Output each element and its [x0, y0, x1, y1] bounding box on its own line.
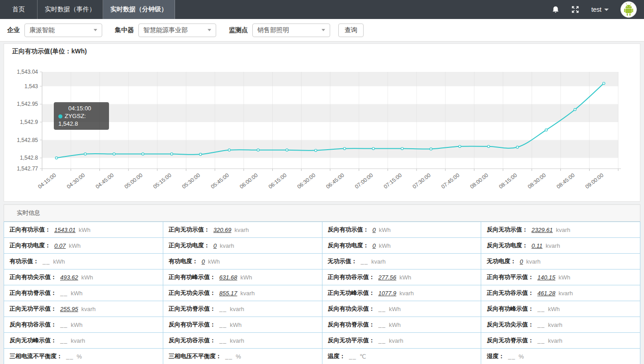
metric-value[interactable]: 493.62 — [60, 274, 78, 281]
realtime-cell: 反向有功谷示值：__kWh — [4, 317, 163, 333]
metric-unit: kWh — [230, 321, 242, 328]
metric-value[interactable]: 855.17 — [219, 290, 237, 297]
top-navbar: 首页 实时数据（事件） 实时数据（分钟级） test — [0, 0, 644, 19]
user-dropdown[interactable]: test — [591, 6, 609, 13]
svg-text:05:00:00: 05:00:00 — [123, 172, 144, 190]
realtime-table: 正向有功示值：1543.01kWh正向无功示值：320.69kvarh反向有功示… — [4, 222, 640, 364]
metric-value: __ — [379, 337, 386, 344]
metric-label: 反向无功峰示值： — [9, 336, 57, 345]
chevron-down-icon — [208, 29, 211, 31]
realtime-cell: 反向无功尖示值：__kvarh — [481, 317, 640, 333]
metric-label: 反向有功电度： — [328, 241, 369, 250]
line-chart[interactable]: 1,543.041,5431,542.951,542.91,542.851,54… — [4, 44, 640, 201]
svg-text:1,542.9: 1,542.9 — [20, 119, 38, 125]
metric-value[interactable]: 0 — [373, 227, 376, 233]
metric-unit: kvarh — [230, 306, 244, 312]
svg-text:05:45:00: 05:45:00 — [209, 172, 230, 190]
enterprise-select[interactable]: 康派智能 — [24, 24, 102, 37]
realtime-cell: 正向有功谷示值：277.56kWh — [322, 269, 482, 285]
metric-unit: kvarh — [548, 321, 563, 328]
metric-label: 反向有功峰示值： — [487, 305, 534, 313]
metric-unit: kWh — [399, 274, 411, 281]
metric-value[interactable]: 1077.9 — [379, 290, 397, 297]
metric-unit: kWh — [548, 306, 560, 312]
realtime-cell: 湿度：__% — [481, 349, 640, 364]
realtime-cell: 反向有功电度：0kWh — [322, 238, 482, 254]
metric-label: 正向有功谷示值： — [328, 273, 375, 281]
navbar-right: test — [551, 0, 644, 19]
metric-value[interactable]: 631.68 — [219, 274, 237, 281]
svg-text:08:45:00: 08:45:00 — [555, 172, 576, 190]
chart-panel: 正向有功示值(单位：kWh) 1,543.041,5431,542.951,54… — [4, 43, 640, 202]
enterprise-select-value: 康派智能 — [29, 26, 55, 34]
metric-label: 正向无功峰示值： — [328, 289, 375, 297]
metric-value: __ — [537, 306, 545, 312]
metric-label: 无功示值： — [328, 257, 357, 265]
metric-unit: kvarh — [220, 242, 234, 249]
metric-value[interactable]: 0 — [520, 258, 523, 265]
metric-label: 正向有功峰示值： — [169, 273, 216, 281]
metric-unit: kWh — [71, 321, 82, 328]
monitor-point-select[interactable]: 销售部照明 — [252, 24, 330, 37]
svg-text:06:00:00: 06:00:00 — [238, 172, 259, 190]
metric-value: __ — [60, 321, 67, 328]
avatar[interactable] — [620, 1, 637, 18]
metric-value[interactable]: 461.28 — [537, 290, 555, 297]
fullscreen-icon[interactable] — [571, 5, 579, 14]
metric-value[interactable]: 0.07 — [54, 242, 66, 249]
realtime-section-header: 实时信息 — [4, 204, 640, 222]
metric-value[interactable]: 1543.01 — [54, 227, 76, 233]
svg-text:06:30:00: 06:30:00 — [296, 172, 317, 190]
metric-value: __ — [379, 321, 386, 328]
svg-text:04:45:00: 04:45:00 — [95, 172, 115, 190]
realtime-cell: 正向无功示值：320.69kvarh — [163, 222, 322, 238]
metric-value[interactable]: 0 — [202, 258, 205, 265]
tab-realtime-event[interactable]: 实时数据（事件） — [38, 0, 103, 19]
metric-value[interactable]: 0.11 — [531, 242, 542, 249]
metric-label: 三相电流不平衡度： — [9, 352, 62, 360]
metric-value[interactable]: 0 — [373, 242, 376, 249]
svg-text:08:15:00: 08:15:00 — [497, 172, 518, 190]
tab-realtime-minute[interactable]: 实时数据（分钟级） — [103, 0, 175, 19]
svg-text:1,543: 1,543 — [24, 83, 38, 90]
metric-value: __ — [361, 258, 368, 265]
metric-value: __ — [219, 321, 227, 328]
metric-unit: kvarh — [546, 242, 560, 249]
metric-value[interactable]: 255.95 — [60, 306, 78, 312]
metric-unit: kvarh — [371, 258, 386, 265]
metric-label: 反向无功谷示值： — [169, 336, 216, 345]
metric-label: 正向有功尖示值： — [9, 273, 57, 281]
metric-label: 有功示值： — [9, 257, 39, 265]
chevron-down-icon — [322, 29, 325, 31]
metric-value[interactable]: 320.69 — [213, 227, 232, 233]
svg-text:09:00:00: 09:00:00 — [584, 172, 605, 190]
monitor-point-select-value: 销售部照明 — [257, 26, 289, 34]
query-button[interactable]: 查询 — [338, 24, 364, 37]
metric-value[interactable]: 2329.61 — [531, 227, 553, 233]
metric-unit: kWh — [208, 258, 220, 265]
metric-unit: % — [236, 353, 241, 360]
metric-unit: kWh — [379, 242, 391, 249]
metric-label: 三相电压不平衡度： — [169, 352, 222, 360]
metric-unit: kWh — [241, 274, 252, 281]
realtime-cell: 反向有功尖示值：__kWh — [322, 301, 482, 317]
chevron-down-icon — [94, 29, 97, 31]
metric-value: __ — [537, 337, 545, 344]
metric-unit: ℃ — [360, 353, 366, 360]
tab-home[interactable]: 首页 — [0, 0, 38, 19]
svg-text:06:15:00: 06:15:00 — [267, 172, 288, 190]
realtime-title: 实时信息 — [17, 209, 40, 217]
metric-value[interactable]: 140.15 — [537, 274, 555, 281]
metric-value: __ — [379, 306, 386, 312]
realtime-cell: 反向无功示值：2329.61kvarh — [481, 222, 640, 238]
bell-icon[interactable] — [551, 5, 559, 14]
metric-value[interactable]: 277.56 — [379, 274, 397, 281]
realtime-cell: 正向有功示值：1543.01kWh — [4, 222, 163, 238]
monitor-point-label: 监测点 — [229, 26, 248, 34]
svg-text:1,543.04: 1,543.04 — [17, 69, 38, 75]
metric-unit: kvarh — [235, 227, 249, 233]
realtime-cell: 反向无功平示值：__kvarh — [322, 333, 482, 349]
metric-unit: kvarh — [559, 290, 573, 297]
concentrator-select[interactable]: 智慧能源事业部 — [138, 24, 216, 37]
metric-value[interactable]: 0 — [213, 242, 217, 249]
